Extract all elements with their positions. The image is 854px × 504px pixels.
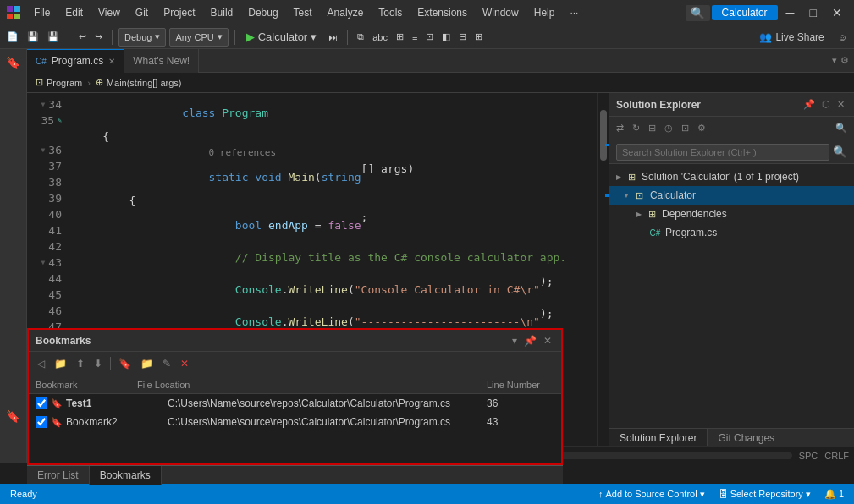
bm-toggle-btn[interactable]: 🔖 [115, 354, 135, 373]
bookmarks-panel: Bookmarks ▾ 📌 ✕ ◁ 📁 ⬆ ⬇ 🔖 📁 ✎ ✕ Bookmark… [27, 328, 563, 465]
se-title: Solution Explorer [616, 99, 801, 111]
se-close-btn[interactable]: ✕ [835, 99, 847, 110]
se-solution-item[interactable]: ▶ ⊞ Solution 'Calculator' (1 of 1 projec… [609, 167, 854, 186]
tab-whats-new[interactable]: What's New! [124, 49, 199, 73]
maximize-btn[interactable]: □ [803, 0, 824, 25]
feedback-btn[interactable]: ☺ [835, 28, 851, 47]
bm-new-folder-btn[interactable]: 📁 [137, 354, 157, 373]
menu-view[interactable]: View [91, 5, 127, 20]
scrollbar-indicator-2 [605, 194, 609, 197]
menu-project[interactable]: Project [157, 5, 201, 20]
se-expand-project: ▼ [623, 192, 630, 200]
misc-btn-1[interactable]: ⧉ [354, 28, 367, 47]
status-ready-btn[interactable]: Ready [7, 484, 41, 504]
save-btn[interactable]: 💾 [24, 28, 42, 47]
bm-pin-btn[interactable]: 📌 [521, 335, 539, 347]
se-tab-solution-explorer[interactable]: Solution Explorer [609, 429, 708, 447]
redo-btn[interactable]: ↪ [91, 28, 106, 47]
tabs-settings-btn[interactable]: ⚙ [840, 55, 849, 66]
bm-row-checkbox-2[interactable] [36, 416, 47, 428]
bm-nav-down-btn[interactable]: ⬇ [91, 354, 106, 373]
misc-btn-6[interactable]: ◧ [438, 28, 454, 47]
se-refresh-btn[interactable]: ↻ [629, 119, 643, 138]
menu-file[interactable]: File [27, 5, 57, 20]
menu-test[interactable]: Test [287, 5, 319, 20]
se-float-btn[interactable]: ⬡ [819, 99, 833, 110]
se-pin-btn[interactable]: 📌 [801, 99, 818, 110]
bm-dropdown-btn[interactable]: ▾ [510, 335, 520, 347]
menu-help[interactable]: Help [527, 5, 562, 20]
minimize-btn[interactable]: ─ [780, 0, 802, 25]
new-file-btn[interactable]: 📄 [3, 28, 22, 47]
se-header-btns: 📌 ⬡ ✕ [801, 99, 847, 110]
se-sync-btn[interactable]: ⇄ [613, 119, 627, 138]
bm-row-checkbox-1[interactable] [36, 397, 47, 409]
liveshare-btn[interactable]: 👥 Live Share [752, 30, 830, 45]
menu-window[interactable]: Window [476, 5, 526, 20]
misc-btn-5[interactable]: ⊡ [422, 28, 437, 47]
bm-folder-btn[interactable]: 📁 [51, 354, 70, 373]
bm-rename-btn[interactable]: ✎ [159, 354, 174, 373]
save-all-btn[interactable]: 💾 [44, 28, 63, 47]
bm-row-location-2: C:\Users\Name\source\repos\Calculator\Ca… [168, 416, 487, 428]
platform-dropdown[interactable]: Any CPU ▾ [169, 28, 228, 47]
menu-tools[interactable]: Tools [372, 5, 409, 20]
misc-btn-8[interactable]: ⊞ [471, 28, 486, 47]
breadcrumb-program[interactable]: ⊡ Program [34, 77, 84, 88]
menu-edit[interactable]: Edit [58, 5, 90, 20]
tabs-dropdown-btn[interactable]: ▾ [832, 55, 837, 66]
bm-delete-btn[interactable]: ✕ [177, 354, 192, 373]
se-pending-btn[interactable]: ◷ [661, 119, 676, 138]
menu-more[interactable]: ··· [563, 5, 585, 20]
code-line-40: Console.WriteLine("Console Calculator in… [76, 273, 590, 305]
menu-git[interactable]: Git [129, 5, 155, 20]
sidebar-bookmark-top[interactable]: 🔖 [3, 52, 24, 73]
se-settings-btn[interactable]: ⚙ [694, 119, 709, 138]
status-select-repo-btn[interactable]: 🗄 Select Repository ▾ [715, 484, 814, 504]
up-icon: ↑ [598, 489, 603, 499]
tab-program-cs[interactable]: C# Program.cs ✕ [27, 49, 124, 73]
misc-btn-4[interactable]: ≡ [409, 28, 421, 47]
sidebar-bookmark-bottom[interactable]: 🔖 [3, 406, 24, 426]
se-program-item[interactable]: C# Program.cs [609, 223, 854, 242]
dropdown-arrow: ▾ [700, 489, 705, 500]
se-search-input[interactable] [616, 144, 829, 161]
menu-analyze[interactable]: Analyze [321, 5, 371, 20]
se-search-go-btn[interactable]: 🔍 [833, 145, 847, 158]
status-notification-btn[interactable]: 🔔 1 [821, 484, 847, 504]
misc-btn-2[interactable]: abc [369, 28, 391, 47]
menu-build[interactable]: Build [204, 5, 240, 20]
panel-tab-bookmarks[interactable]: Bookmarks [90, 466, 162, 485]
collapse-arrow-43[interactable]: ▼ [41, 255, 46, 271]
step-over-btn[interactable]: ⏭ [325, 28, 341, 47]
se-search-toggle-btn[interactable]: 🔍 [832, 119, 851, 138]
status-nav-btns[interactable]: ↑ Add to Source Control ▾ [595, 484, 708, 504]
panel-tab-error-list[interactable]: Error List [27, 466, 90, 485]
se-tab-git-changes[interactable]: Git Changes [708, 429, 785, 447]
code-line-ref: 0 references [76, 145, 590, 161]
bm-nav-prev-btn[interactable]: ◁ [34, 354, 48, 373]
bm-nav-up-btn[interactable]: ⬆ [73, 354, 88, 373]
tab-close-btn[interactable]: ✕ [108, 57, 115, 66]
breadcrumb-main[interactable]: ⊕ Main(string[] args) [94, 77, 184, 88]
menu-debug[interactable]: Debug [241, 5, 284, 20]
undo-btn[interactable]: ↩ [75, 28, 90, 47]
bm-row-bookmark2[interactable]: 🔖 Bookmark2 C:\Users\Name\source\repos\C… [29, 413, 561, 431]
bm-row-test1[interactable]: 🔖 Test1 C:\Users\Name\source\repos\Calcu… [29, 394, 561, 413]
run-btn[interactable]: ▶ Calculator ▾ [241, 28, 322, 47]
se-collapse-btn[interactable]: ⊟ [645, 119, 659, 138]
collapse-arrow-34[interactable]: ▼ [41, 96, 46, 112]
menu-extensions[interactable]: Extensions [410, 5, 474, 20]
debug-config-dropdown[interactable]: Debug ▾ [118, 28, 166, 47]
bm-close-btn[interactable]: ✕ [541, 335, 554, 347]
se-dependencies-item[interactable]: ▶ ⊞ Dependencies [609, 205, 854, 223]
editor-scrollbar[interactable] [597, 93, 609, 446]
collapse-arrow-36[interactable]: ▼ [41, 142, 46, 158]
misc-btn-3[interactable]: ⊞ [393, 28, 407, 47]
misc-btn-7[interactable]: ⊟ [455, 28, 470, 47]
se-project-item[interactable]: ▼ ⊡ Calculator [609, 186, 854, 205]
se-filter-btn[interactable]: ⊡ [678, 119, 692, 138]
global-search-btn[interactable]: 🔍 [686, 5, 710, 21]
close-btn[interactable]: ✕ [825, 0, 849, 25]
scrollbar-thumb[interactable] [600, 110, 607, 161]
